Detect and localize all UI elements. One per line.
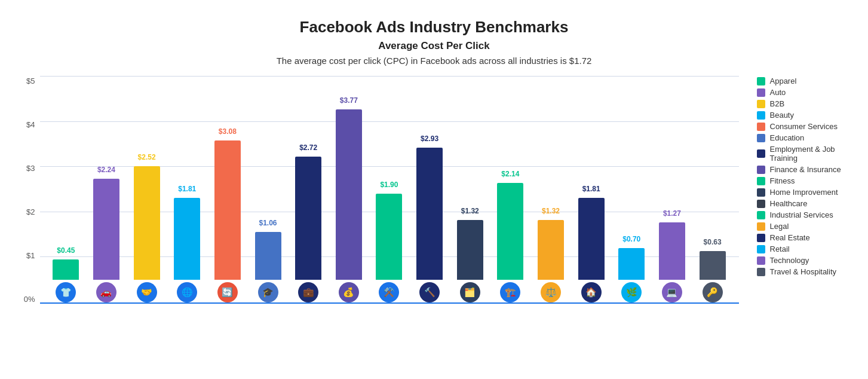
bar-icon-technology: 💻: [662, 282, 682, 302]
legend-item: Consumer Services: [757, 122, 858, 131]
legend-color-swatch: [757, 149, 765, 158]
chart-subtitle: Average Cost Per Click: [378, 40, 489, 52]
bar-label-education: $1.06: [259, 219, 277, 227]
bar-apparel: $0.45: [53, 259, 79, 280]
legend-item: Retail: [757, 244, 858, 253]
bar-employment: $2.72: [295, 157, 321, 280]
bar-label-retail: $0.70: [622, 235, 640, 243]
legend-color-swatch: [757, 177, 765, 185]
bar-label-technology: $1.27: [663, 209, 681, 218]
legend-label: Real Estate: [770, 233, 810, 242]
bar-real-estate: $1.81: [578, 198, 605, 280]
bar-label-employment: $2.72: [299, 143, 317, 152]
legend-label: Fitness: [770, 176, 795, 185]
legend-item: Finance & Insurance: [757, 165, 858, 174]
legend-color-swatch: [757, 88, 765, 97]
bar-group-real-estate: $1.81🏠: [571, 77, 612, 302]
legend-item: Fitness: [757, 176, 858, 185]
legend-item: Legal: [757, 222, 858, 231]
bar-label-home-improvement: $2.93: [421, 135, 438, 143]
legend-label: Education: [770, 133, 805, 142]
legend-item: Real Estate: [757, 233, 858, 242]
bar-icon-consumer-services: 🔄: [217, 282, 238, 302]
bar-technology: $1.27: [659, 222, 685, 280]
legend-item: Travel & Hospitality: [757, 267, 858, 276]
bar-group-finance: $3.77💰: [329, 77, 369, 302]
legend-color-swatch: [757, 100, 765, 108]
bar-group-consumer-services: $3.08🔄: [207, 77, 248, 302]
bar-label-legal: $1.32: [542, 207, 560, 215]
bar-retail: $0.70: [618, 248, 645, 280]
bar-legal: $1.32: [538, 220, 564, 280]
bar-auto: $2.24: [93, 179, 119, 280]
legend-label: Beauty: [770, 111, 794, 120]
page-title: Facebook Ads Industry Benchmarks: [300, 18, 569, 36]
bar-group-industrial: $2.14🏗️: [490, 77, 531, 302]
bar-group-travel: $0.63🔑: [692, 77, 733, 302]
legend-color-swatch: [757, 256, 765, 265]
legend-color-swatch: [757, 200, 765, 208]
legend-item: Education: [757, 133, 858, 142]
legend-label: B2B: [770, 99, 785, 108]
legend-color-swatch: [757, 134, 765, 142]
legend-label: Apparel: [770, 77, 797, 85]
bar-group-education: $1.06🎓: [248, 77, 289, 302]
bar-label-consumer-services: $3.08: [219, 127, 237, 136]
legend-item: B2B: [757, 99, 858, 108]
bar-label-healthcare: $1.32: [461, 207, 479, 215]
chart-area: $5$4$3$2$10% $0.45👕$2.24🚗$2.52🤝$1.81🌐$3.…: [10, 77, 858, 334]
bar-icon-legal: ⚖️: [541, 282, 561, 302]
bar-education: $1.06: [255, 232, 281, 280]
y-axis-label: $4: [26, 120, 35, 129]
chart-plot-area: $0.45👕$2.24🚗$2.52🤝$1.81🌐$3.08🔄$1.06🎓$2.7…: [40, 77, 739, 304]
legend-label: Finance & Insurance: [770, 165, 841, 174]
bar-group-home-improvement: $2.93🔨: [409, 77, 450, 302]
bar-label-travel: $0.63: [704, 238, 722, 246]
bar-label-fitness: $1.90: [380, 181, 398, 189]
bar-label-auto: $2.24: [97, 166, 115, 174]
legend-color-swatch: [757, 268, 765, 276]
legend-item: Employment & Job Training: [757, 145, 858, 163]
y-axis: $5$4$3$2$10%: [10, 77, 40, 304]
legend-color-swatch: [757, 211, 765, 219]
legend-color-swatch: [757, 77, 765, 85]
bar-icon-apparel: 👕: [56, 282, 76, 302]
bar-industrial: $2.14: [497, 183, 523, 280]
legend-label: Home Improvement: [770, 188, 838, 197]
legend-label: Healthcare: [770, 199, 808, 208]
bar-home-improvement: $2.93: [416, 148, 443, 280]
legend-item: Healthcare: [757, 199, 858, 208]
bar-icon-travel: 🔑: [703, 282, 723, 302]
legend-label: Retail: [770, 244, 790, 253]
legend-color-swatch: [757, 245, 765, 253]
y-axis-label: 0%: [24, 295, 35, 304]
legend-label: Employment & Job Training: [770, 145, 858, 163]
bar-beauty: $1.81: [174, 198, 200, 280]
bar-group-healthcare: $1.32🗂️: [450, 77, 490, 302]
legend-label: Auto: [770, 88, 786, 97]
bar-label-real-estate: $1.81: [582, 185, 600, 193]
bar-group-b2b: $2.52🤝: [127, 77, 167, 302]
bar-fitness: $1.90: [376, 194, 402, 280]
bar-icon-finance: 💰: [339, 282, 359, 302]
legend-color-swatch: [757, 188, 765, 197]
bar-label-industrial: $2.14: [501, 170, 519, 178]
legend-item: Beauty: [757, 111, 858, 120]
bar-icon-fitness: ⚒️: [379, 282, 399, 302]
y-axis-label: $5: [26, 77, 35, 85]
legend-color-swatch: [757, 166, 765, 174]
bar-travel: $0.63: [700, 251, 726, 280]
bar-label-beauty: $1.81: [178, 185, 196, 193]
bar-healthcare: $1.32: [457, 220, 483, 280]
bar-finance: $3.77: [336, 109, 362, 280]
bar-group-apparel: $0.45👕: [46, 77, 87, 302]
legend-label: Legal: [770, 222, 789, 231]
bar-label-apparel: $0.45: [57, 246, 75, 255]
legend-item: Auto: [757, 88, 858, 97]
y-axis-label: $3: [26, 164, 35, 173]
legend-item: Technology: [757, 256, 858, 265]
bar-b2b: $2.52: [134, 166, 160, 280]
bar-group-retail: $0.70🌿: [611, 77, 652, 302]
chart-with-axes: $5$4$3$2$10% $0.45👕$2.24🚗$2.52🤝$1.81🌐$3.…: [10, 77, 739, 334]
bar-label-finance: $3.77: [340, 96, 358, 105]
